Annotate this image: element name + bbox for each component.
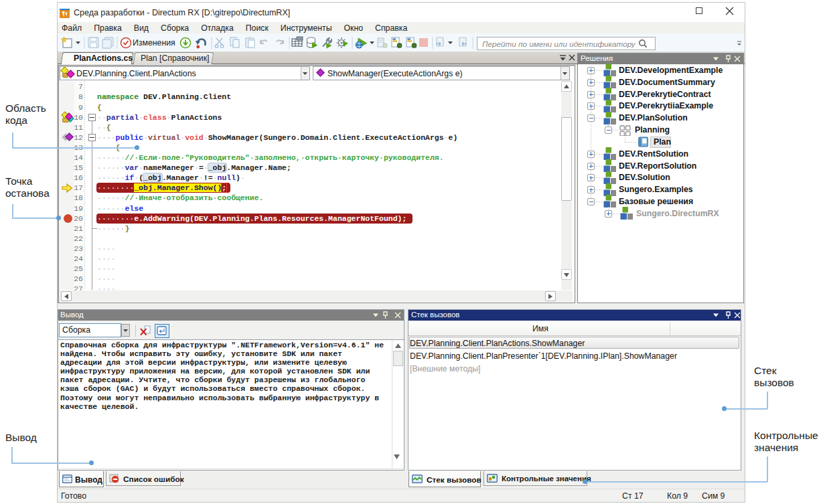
svg-text:Изменения: Изменения [133, 38, 175, 48]
